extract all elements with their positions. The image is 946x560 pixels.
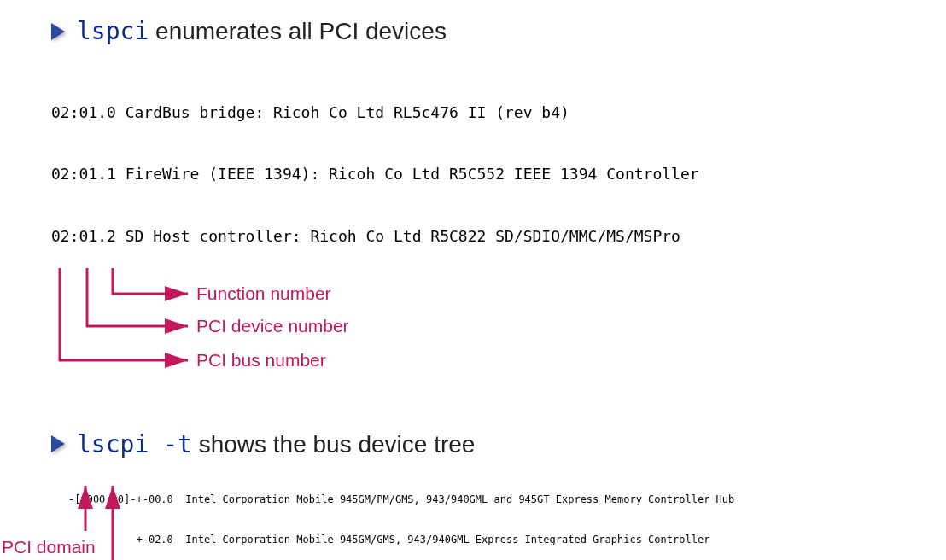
lspci-line: 02:01.0 CardBus bridge: Ricoh Co Ltd RL5…: [51, 102, 929, 123]
triangle-icon: [51, 435, 65, 452]
lspci-tree-output: -[0000:00]-+-00.0 Intel Corporation Mobi…: [68, 467, 929, 560]
lspci-line: 02:01.1 FireWire (IEEE 1394): Ricoh Co L…: [51, 164, 929, 184]
lspci-command: lspci: [77, 17, 149, 45]
lspci-output: 02:01.0 CardBus bridge: Ricoh Co Ltd RL5…: [51, 61, 929, 268]
tree-diagram: -[0000:00]-+-00.0 Intel Corporation Mobi…: [51, 467, 929, 560]
lspci-t-command: lscpi -t: [77, 430, 192, 458]
section1-heading: lspci enumerates all PCI devices: [51, 17, 929, 45]
lspci-line: 02:01.2 SD Host controller: Ricoh Co Ltd…: [51, 226, 929, 247]
label-bus-number: PCI bus number: [196, 350, 326, 370]
label-device-number: PCI device number: [196, 316, 349, 336]
label-pci-domain: PCI domain: [2, 537, 96, 557]
section2-heading-text: shows the bus device tree: [192, 431, 476, 458]
triangle-icon: [51, 23, 65, 40]
section1-heading-text: enumerates all PCI devices: [149, 18, 447, 44]
section2-heading: lscpi -t shows the bus device tree: [51, 430, 929, 458]
tree-line: -[0000:00]-+-00.0 Intel Corporation Mobi…: [68, 493, 929, 507]
tree-line: +-02.0 Intel Corporation Mobile 945GM/GM…: [68, 534, 929, 547]
lspci-annotations: Function number PCI device number PCI bu…: [51, 268, 929, 413]
label-function-number: Function number: [196, 283, 331, 304]
